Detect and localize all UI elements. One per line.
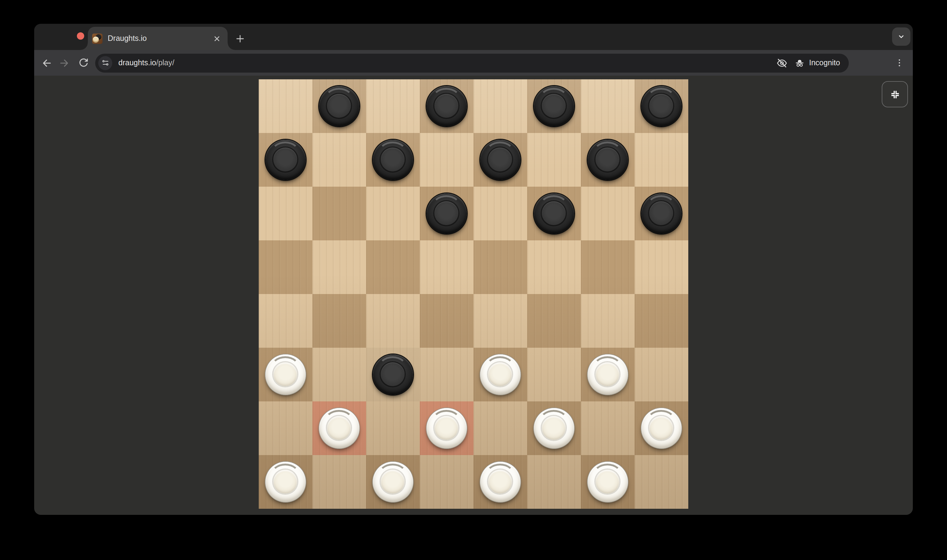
- checker-piece-white[interactable]: [641, 408, 681, 448]
- checker-piece-black[interactable]: [534, 193, 574, 233]
- board-square[interactable]: [419, 294, 473, 348]
- board-square[interactable]: [473, 240, 527, 294]
- board-square[interactable]: [527, 294, 581, 348]
- board-square[interactable]: [634, 348, 688, 401]
- board-square[interactable]: [366, 240, 419, 294]
- board-square[interactable]: [366, 186, 419, 240]
- checker-piece-white[interactable]: [426, 408, 467, 448]
- address-bar[interactable]: draughts.io/play/: [95, 53, 815, 72]
- checker-piece-white[interactable]: [265, 462, 305, 502]
- board-square[interactable]: [419, 240, 473, 294]
- checker-piece-black[interactable]: [319, 86, 359, 126]
- checker-piece-white[interactable]: [480, 462, 520, 502]
- board-square[interactable]: [581, 294, 634, 348]
- checker-piece-white[interactable]: [534, 408, 574, 448]
- board-square[interactable]: [581, 79, 634, 133]
- page-content: [34, 75, 913, 515]
- incognito-badge: Incognito: [787, 53, 848, 72]
- checker-piece-white[interactable]: [587, 462, 628, 502]
- checker-piece-white[interactable]: [587, 354, 628, 394]
- board-square[interactable]: [312, 294, 366, 348]
- board[interactable]: [259, 79, 688, 508]
- menu-button[interactable]: [890, 54, 909, 72]
- checker-piece-black[interactable]: [373, 354, 413, 394]
- tune-sliders-icon: [101, 58, 109, 67]
- board-square[interactable]: [527, 240, 581, 294]
- board-square[interactable]: [312, 133, 366, 186]
- browser-window: Draughts.io: [34, 24, 913, 515]
- forward-button[interactable]: [55, 54, 73, 72]
- board-square[interactable]: [527, 455, 581, 508]
- board-square[interactable]: [634, 294, 688, 348]
- board-square[interactable]: [259, 186, 312, 240]
- board-square[interactable]: [581, 240, 634, 294]
- board-square[interactable]: [259, 79, 312, 133]
- back-button[interactable]: [37, 54, 55, 72]
- checker-piece-black[interactable]: [265, 139, 305, 180]
- board-square[interactable]: [634, 455, 688, 508]
- checker-piece-black[interactable]: [426, 193, 467, 233]
- checker-piece-white[interactable]: [373, 462, 413, 502]
- board-square[interactable]: [366, 401, 419, 455]
- checker-piece-white[interactable]: [265, 354, 305, 394]
- three-dots-icon: [895, 58, 904, 68]
- tab-draughts[interactable]: Draughts.io: [88, 27, 227, 50]
- checker-piece-black[interactable]: [480, 139, 520, 180]
- checker-piece-black[interactable]: [641, 86, 681, 126]
- board-square[interactable]: [419, 133, 473, 186]
- board-square[interactable]: [634, 133, 688, 186]
- tab-strip: Draughts.io: [34, 24, 913, 50]
- new-tab-button[interactable]: [231, 30, 249, 48]
- site-settings-button[interactable]: [98, 56, 112, 70]
- board-square[interactable]: [312, 186, 366, 240]
- board-square[interactable]: [312, 455, 366, 508]
- board-square[interactable]: [312, 348, 366, 401]
- board-square[interactable]: [419, 348, 473, 401]
- desktop: Draughts.io: [0, 0, 947, 560]
- board-square[interactable]: [259, 240, 312, 294]
- incognito-label: Incognito: [809, 58, 840, 67]
- url-text: draughts.io/play/: [119, 58, 776, 67]
- checker-piece-white[interactable]: [319, 408, 359, 448]
- checker-piece-white[interactable]: [480, 354, 520, 394]
- reload-button[interactable]: [74, 54, 93, 72]
- compress-arrows-icon: [889, 89, 900, 100]
- board-square[interactable]: [527, 133, 581, 186]
- board-square[interactable]: [259, 294, 312, 348]
- tab-close-icon[interactable]: [211, 33, 222, 44]
- tab-favicon-icon: [92, 33, 102, 44]
- board-square[interactable]: [419, 455, 473, 508]
- tab-search-chevron-button[interactable]: [892, 28, 910, 46]
- board-square[interactable]: [581, 186, 634, 240]
- board-square[interactable]: [473, 294, 527, 348]
- board-square[interactable]: [473, 79, 527, 133]
- checker-piece-black[interactable]: [534, 86, 574, 126]
- incognito-icon: [795, 58, 805, 68]
- checker-piece-black[interactable]: [641, 193, 681, 233]
- toolbar: draughts.io/play/: [34, 50, 913, 75]
- checker-piece-black[interactable]: [373, 139, 413, 180]
- board-square[interactable]: [366, 79, 419, 133]
- board-square[interactable]: [366, 294, 419, 348]
- eye-off-icon[interactable]: [776, 57, 788, 69]
- board-square[interactable]: [259, 401, 312, 455]
- board-square[interactable]: [527, 348, 581, 401]
- fullscreen-toggle-button[interactable]: [882, 81, 908, 108]
- board-square[interactable]: [473, 401, 527, 455]
- board-square[interactable]: [581, 401, 634, 455]
- board-square[interactable]: [312, 240, 366, 294]
- window-close-button[interactable]: [77, 32, 84, 40]
- board-square[interactable]: [634, 240, 688, 294]
- board-square[interactable]: [473, 186, 527, 240]
- checker-piece-black[interactable]: [587, 139, 628, 180]
- checker-piece-black[interactable]: [426, 86, 467, 126]
- tab-title: Draughts.io: [108, 34, 211, 43]
